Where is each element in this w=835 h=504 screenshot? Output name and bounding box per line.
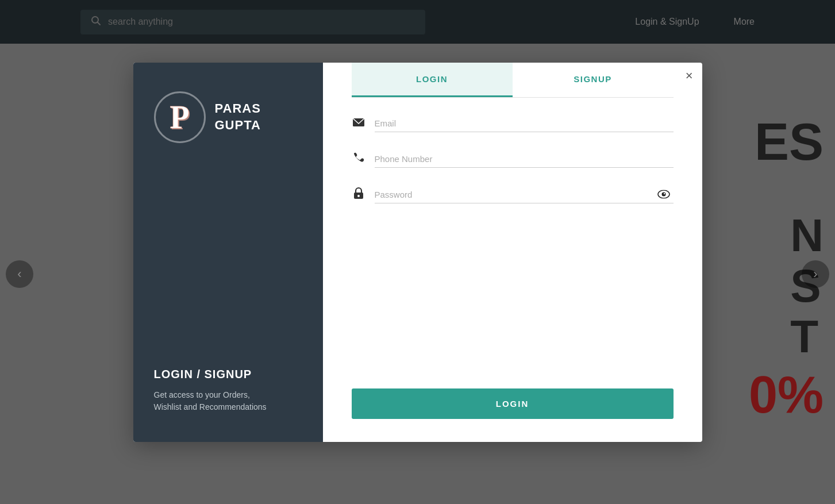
password-input[interactable] (375, 186, 674, 203)
login-submit-button[interactable]: LOGIN (352, 388, 674, 419)
tab-row: LOGIN SIGNUP (352, 63, 674, 98)
tab-signup[interactable]: SIGNUP (513, 63, 674, 97)
email-input[interactable] (375, 115, 674, 132)
logo-letter: P (170, 101, 189, 133)
svg-point-4 (357, 195, 360, 197)
svg-point-7 (663, 193, 664, 194)
phone-field-row (352, 151, 674, 168)
modal-right-panel: LOGIN SIGNUP (323, 63, 702, 442)
email-field-row (352, 115, 674, 132)
login-modal: × P PARAS GUPTA LOGIN / SIGNUP Get acces… (133, 63, 702, 442)
modal-left-footer: LOGIN / SIGNUP Get access to your Orders… (154, 368, 267, 413)
left-panel-title: LOGIN / SIGNUP (154, 368, 267, 381)
svg-point-6 (661, 192, 665, 196)
form-spacer (352, 222, 674, 388)
lock-icon (352, 187, 365, 202)
phone-input[interactable] (375, 151, 674, 168)
left-panel-desc: Get access to your Orders, Wishlist and … (154, 389, 267, 413)
modal-left-panel: P PARAS GUPTA LOGIN / SIGNUP Get access … (133, 63, 323, 442)
password-field-row (352, 186, 674, 203)
phone-icon (352, 152, 365, 166)
password-toggle-icon[interactable] (657, 188, 670, 201)
modal-close-button[interactable]: × (686, 70, 693, 82)
brand-logo: P PARAS GUPTA (154, 91, 261, 143)
modal-overlay: × P PARAS GUPTA LOGIN / SIGNUP Get acces… (0, 0, 835, 504)
email-icon (352, 117, 365, 130)
password-wrapper (375, 186, 674, 203)
logo-circle: P (154, 91, 206, 143)
tab-login[interactable]: LOGIN (352, 63, 513, 97)
brand-name: PARAS GUPTA (215, 101, 261, 133)
